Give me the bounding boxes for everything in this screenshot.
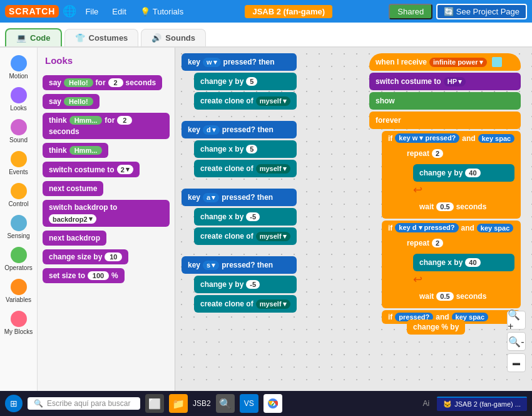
block-wait-1[interactable]: wait 0.5 seconds — [413, 198, 514, 216]
hat-receive[interactable]: when I receive infinite power — [369, 53, 521, 71]
sidebar-item-sound[interactable]: Sound — [1, 117, 36, 146]
search-bar[interactable]: 🔍 Escribe aquí para buscar — [28, 397, 140, 410]
search-icon: 🔍 — [34, 399, 43, 408]
see-project-btn[interactable]: 🔄 See Project Page — [436, 4, 527, 19]
key-s-dd[interactable]: s — [203, 261, 219, 270]
block-next-backdrop[interactable]: next backdrop — [43, 231, 106, 246]
block-change-x-40[interactable]: change x by 40 — [413, 254, 514, 271]
operators-circle — [11, 247, 27, 263]
change-pct-block[interactable]: change % by — [407, 320, 465, 335]
block-think[interactable]: think Hmm... — [43, 143, 108, 158]
sidebar-item-control[interactable]: Control — [1, 180, 36, 210]
block-switch-costume[interactable]: switch costume to 2 — [43, 162, 140, 177]
block-wait-2[interactable]: wait 0.5 seconds — [413, 288, 514, 305]
zoom-in-btn[interactable]: 🔍+ — [507, 311, 526, 330]
block-change-x-n5[interactable]: change x by -5 — [194, 208, 297, 226]
block-set-size[interactable]: set size to % — [43, 268, 125, 283]
code-area[interactable]: horizontal key w pressed? then change y … — [175, 48, 532, 397]
vscode-btn[interactable]: VS — [240, 394, 258, 413]
scratch-taskbar-item[interactable]: 🐱 JSAB 2 (fan-game) ... — [437, 397, 527, 411]
say-seconds-input[interactable] — [108, 78, 123, 87]
think-seconds-input[interactable] — [117, 116, 132, 125]
block-switch-backdrop[interactable]: switch backdrop to backdrop2 — [43, 200, 170, 227]
key-spac-cond-2[interactable]: key spac — [477, 224, 513, 232]
sidebar-item-events[interactable]: Events — [1, 148, 36, 178]
sidebar-item-motion[interactable]: Motion — [1, 53, 36, 82]
block-show[interactable]: show — [369, 92, 521, 110]
script-key-s: key s pressed? then change y by -5 creat… — [182, 256, 297, 313]
task-view-btn[interactable]: ⬜ — [145, 394, 164, 413]
hat-key-w[interactable]: key w pressed? then — [182, 53, 297, 71]
start-button[interactable]: ⊞ — [5, 395, 23, 412]
tab-code[interactable]: 💻 Code — [5, 28, 62, 46]
sidebar-item-operators[interactable]: Operators — [1, 244, 36, 274]
sidebar-item-looks[interactable]: Looks — [1, 85, 36, 114]
and-label-2: and — [461, 224, 474, 232]
zoom-fit-btn[interactable]: ▬ — [507, 353, 526, 372]
clone-dd-1[interactable]: myself — [256, 96, 290, 106]
key-spac-cond-1[interactable]: key spac — [478, 134, 514, 143]
search-taskbar-btn[interactable]: 🔍 — [216, 394, 235, 413]
globe-icon[interactable]: 🌐 — [63, 4, 76, 18]
block-if-d[interactable]: if key d ▾ pressed? and key spac repeat … — [382, 221, 521, 308]
script-key-w: key w pressed? then change y by 5 create… — [182, 53, 297, 110]
block-repeat-1[interactable]: repeat 2 — [401, 145, 514, 162]
key-w-dd[interactable]: w — [203, 58, 221, 67]
block-say-for[interactable]: say Hello! for seconds — [43, 75, 162, 90]
block-say[interactable]: say Hello! — [43, 94, 100, 109]
block-repeat-2[interactable]: repeat 2 — [401, 234, 514, 252]
block-forever[interactable]: forever — [369, 112, 521, 129]
blocks-panel: Looks say Hello! for seconds say Hello! … — [38, 48, 175, 397]
sidebar-item-myblocks[interactable]: My Blocks — [1, 308, 36, 338]
clone-dd-3[interactable]: myself — [256, 232, 290, 241]
hat-key-a[interactable]: key a pressed? then — [182, 189, 297, 206]
block-change-y-5[interactable]: change y by 5 — [194, 73, 297, 90]
script-key-d: key d pressed? then change x by 5 create… — [182, 120, 297, 178]
clone-dd-4[interactable]: myself — [256, 299, 290, 309]
topbar: SCRATCH 🌐 File Edit 💡 Tutorials JSAB 2 (… — [0, 0, 532, 23]
size-change-input[interactable] — [105, 252, 122, 261]
tutorials-btn[interactable]: 💡 Tutorials — [135, 6, 188, 18]
hat-key-d[interactable]: key d pressed? then — [182, 121, 297, 138]
sounds-icon: 🔊 — [151, 33, 161, 43]
block-change-y-40[interactable]: change y by 40 — [413, 164, 514, 182]
key-w-cond[interactable]: key w ▾ pressed? — [395, 133, 459, 143]
chrome-btn[interactable] — [263, 394, 282, 413]
tab-costumes[interactable]: 👕 Costumes — [64, 29, 139, 46]
costume-dropdown[interactable]: 2 — [117, 165, 133, 174]
sidebar-item-variables[interactable]: Variables — [1, 276, 36, 306]
block-change-x-5[interactable]: change x by 5 — [194, 140, 297, 158]
costume-hp-dd[interactable]: HP — [444, 77, 466, 86]
file-explorer-btn[interactable]: 📁 — [169, 394, 188, 413]
zoom-out-btn[interactable]: 🔍- — [507, 332, 526, 351]
receive-dd[interactable]: infinite power — [429, 58, 487, 67]
block-clone-3[interactable]: create clone of myself — [194, 227, 297, 245]
block-change-size[interactable]: change size by — [43, 249, 128, 264]
block-clone-2[interactable]: create clone of myself — [194, 160, 297, 177]
size-set-input[interactable] — [88, 271, 109, 280]
block-next-costume[interactable]: next costume — [43, 181, 103, 196]
backdrop-dropdown[interactable]: backdrop2 — [49, 214, 96, 224]
costumes-icon: 👕 — [75, 33, 85, 43]
taskbar: ⊞ 🔍 Escribe aquí para buscar ⬜ 📁 JSB2 🔍 … — [0, 391, 532, 416]
block-clone-1[interactable]: create clone of myself — [194, 92, 297, 110]
block-think-for[interactable]: think Hmm... for seconds — [43, 113, 170, 139]
block-change-y-n5[interactable]: change y by -5 — [194, 276, 297, 293]
key-a-dd[interactable]: a — [203, 193, 219, 202]
block-if-w[interactable]: if key w ▾ pressed? and key spac repeat … — [382, 131, 521, 219]
file-menu[interactable]: File — [80, 6, 103, 18]
block-clone-4[interactable]: create clone of myself — [194, 295, 297, 313]
key-d-dd[interactable]: d — [203, 125, 220, 135]
categories-panel: Motion Looks Sound Events Control Sensin… — [0, 48, 38, 397]
hat-key-s[interactable]: key s pressed? then — [182, 256, 297, 274]
sidebar-item-sensing[interactable]: Sensing — [1, 212, 36, 242]
events-circle — [11, 151, 27, 167]
block-costume-hp[interactable]: switch costume to HP — [369, 73, 521, 90]
tab-sounds[interactable]: 🔊 Sounds — [141, 29, 206, 46]
clone-dd-2[interactable]: myself — [256, 164, 290, 174]
zoom-controls: 🔍+ 🔍- ▬ — [507, 311, 526, 372]
shared-btn[interactable]: Shared — [389, 4, 432, 19]
edit-menu[interactable]: Edit — [107, 6, 131, 18]
curved-arrow-1: ↩ — [401, 183, 514, 197]
key-d-cond[interactable]: key d ▾ pressed? — [395, 223, 458, 232]
